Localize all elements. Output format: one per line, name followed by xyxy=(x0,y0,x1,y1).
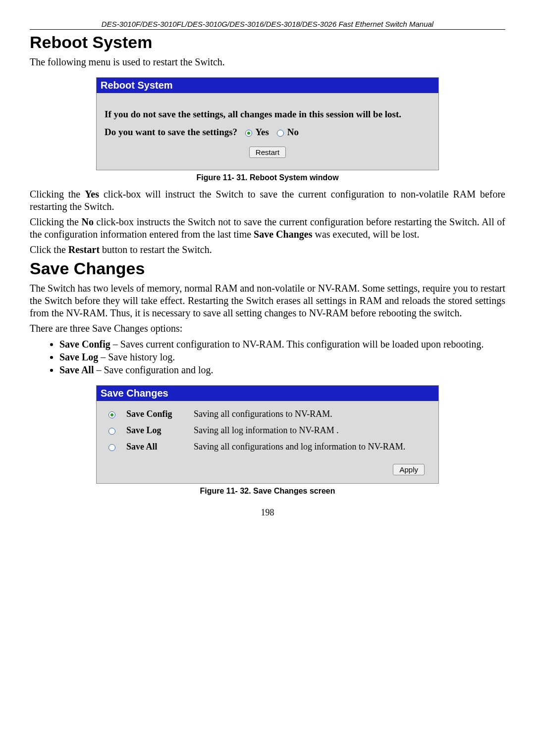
bullet-strong: Save All xyxy=(59,364,94,375)
text-no-bold: No xyxy=(82,216,94,227)
table-row: Save Log Saving all log information to N… xyxy=(102,422,433,439)
text-frag: Clicking the xyxy=(30,189,85,200)
text-yes-bold: Yes xyxy=(85,189,99,200)
save-changes-intro: The Switch has two levels of memory, nor… xyxy=(30,282,505,319)
radio-save-config[interactable] xyxy=(108,411,115,418)
save-changes-panel: Save Changes Save Config Saving all conf… xyxy=(96,385,439,484)
bullet-rest: – Save configuration and log. xyxy=(94,364,213,375)
bullet-rest: – Saves current configuration to NV-RAM.… xyxy=(110,339,484,350)
text-frag: was executed, will be lost. xyxy=(312,229,419,240)
reboot-system-panel: Reboot System If you do not save the set… xyxy=(96,77,439,170)
reboot-warning-text: If you do not save the settings, all cha… xyxy=(105,109,430,120)
figure-caption-reboot: Figure 11- 31. Reboot System window xyxy=(30,173,505,182)
radio-no-label: No xyxy=(287,127,299,137)
reboot-para-restart: Click the Restart button to restart the … xyxy=(30,244,505,256)
row-name: Save All xyxy=(122,439,190,455)
reboot-panel-title: Reboot System xyxy=(97,78,438,93)
restart-button[interactable]: Restart xyxy=(249,147,286,158)
figure-caption-save: Figure 11- 32. Save Changes screen xyxy=(30,487,505,496)
save-options-list: Save Config – Saves current configuratio… xyxy=(30,338,505,376)
radio-yes[interactable] xyxy=(245,130,252,137)
reboot-para-yes: Clicking the Yes click-box will instruct… xyxy=(30,188,505,213)
radio-no[interactable] xyxy=(277,130,284,137)
table-row: Save Config Saving all configurations to… xyxy=(102,406,433,422)
text-frag: Click the xyxy=(30,244,68,255)
list-item: Save All – Save configuration and log. xyxy=(59,363,505,376)
row-desc: Saving all log information to NV-RAM . xyxy=(190,422,433,439)
list-item: Save Config – Saves current configuratio… xyxy=(59,338,505,351)
row-desc: Saving all configurations to NV-RAM. xyxy=(190,406,433,422)
bullet-strong: Save Log xyxy=(59,352,98,362)
save-options-table: Save Config Saving all configurations to… xyxy=(102,406,433,455)
save-options-intro: There are three Save Changes options: xyxy=(30,322,505,335)
text-frag: button to restart the Switch. xyxy=(100,244,212,255)
row-name: Save Config xyxy=(122,406,190,422)
running-header: DES-3010F/DES-3010FL/DES-3010G/DES-3016/… xyxy=(30,20,505,30)
radio-save-all[interactable] xyxy=(108,444,115,451)
text-frag: click-box will instruct the Switch to sa… xyxy=(30,189,505,212)
bullet-rest: – Save history log. xyxy=(98,352,175,362)
list-item: Save Log – Save history log. xyxy=(59,351,505,363)
heading-reboot-system: Reboot System xyxy=(30,33,505,52)
apply-button[interactable]: Apply xyxy=(393,464,425,475)
reboot-question-prefix: Do you want to save the settings? xyxy=(105,127,237,137)
reboot-intro-text: The following menu is used to restart th… xyxy=(30,56,505,68)
page-number: 198 xyxy=(30,507,505,518)
table-row: Save All Saving all configurations and l… xyxy=(102,439,433,455)
text-restart-bold: Restart xyxy=(68,244,100,255)
text-savechanges-bold: Save Changes xyxy=(254,229,312,240)
text-frag: Clicking the xyxy=(30,216,82,227)
save-panel-title: Save Changes xyxy=(97,386,438,401)
radio-save-log[interactable] xyxy=(108,428,115,435)
radio-yes-label: Yes xyxy=(255,127,268,137)
reboot-question-row: Do you want to save the settings? Yes No xyxy=(105,127,430,138)
bullet-strong: Save Config xyxy=(59,339,110,350)
reboot-para-no: Clicking the No click-box instructs the … xyxy=(30,216,505,241)
heading-save-changes: Save Changes xyxy=(30,259,505,278)
row-desc: Saving all configurations and log inform… xyxy=(190,439,433,455)
row-name: Save Log xyxy=(122,422,190,439)
